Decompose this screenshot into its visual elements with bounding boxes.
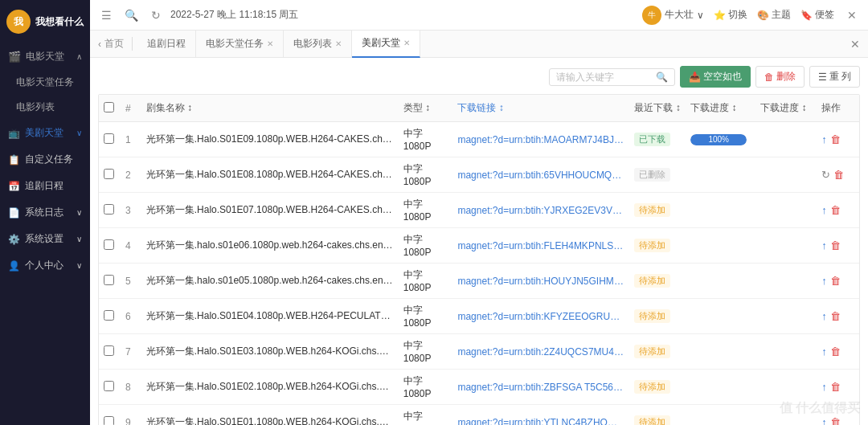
row-checkbox[interactable] bbox=[104, 204, 114, 215]
user-name: 牛大壮 bbox=[665, 8, 694, 22]
sort-button[interactable]: ☰ 重 列 bbox=[809, 66, 860, 88]
refresh-icon[interactable]: ↻ bbox=[148, 7, 164, 23]
space-button[interactable]: 📥 空空如也 bbox=[680, 66, 751, 88]
delete-row-btn[interactable]: 🗑 bbox=[830, 275, 841, 287]
bookmark-action[interactable]: 🔖 便签 bbox=[800, 8, 834, 22]
row-checkbox[interactable] bbox=[104, 133, 114, 144]
status-badge: 已下载 bbox=[634, 133, 670, 146]
row-checkbox[interactable] bbox=[104, 310, 114, 321]
sidebar-item-custom-task[interactable]: 📋 自定义任务 bbox=[0, 146, 90, 173]
row-name: 光环第一集.Halo.S01E03.1080p.WEB.h264-KOGi.ch… bbox=[141, 334, 399, 370]
tab-close-movie-list[interactable]: ✕ bbox=[335, 39, 342, 48]
row-hits: 已删除 bbox=[629, 157, 686, 193]
refresh-btn[interactable]: ↻ bbox=[821, 169, 830, 181]
user-chevron: ∨ bbox=[697, 10, 704, 21]
delete-row-btn[interactable]: 🗑 bbox=[830, 204, 841, 216]
row-type: 中字1080P bbox=[399, 193, 453, 228]
row-checkbox[interactable] bbox=[104, 169, 114, 179]
sidebar-item-system-log[interactable]: 📄 系统日志 ∨ bbox=[0, 199, 90, 226]
row-type: 中字1080P bbox=[399, 334, 453, 370]
tab-label-movie-list: 电影列表 bbox=[293, 37, 332, 51]
theme-action[interactable]: 🎨 主题 bbox=[757, 8, 791, 22]
row-hits: 待添加 bbox=[629, 264, 686, 299]
col-header-progress[interactable]: 下载进度 ↕ bbox=[686, 95, 755, 122]
upload-btn[interactable]: ↑ bbox=[821, 204, 827, 216]
sidebar-item-personal-center[interactable]: 👤 个人中心 ∨ bbox=[0, 252, 90, 279]
row-magnet[interactable]: magnet:?d=urn:btih:ZBFSGA T5C564VN3ZGIBE bbox=[452, 370, 629, 405]
topbar-close-icon[interactable]: ✕ bbox=[844, 7, 860, 23]
sidebar-item-system-settings[interactable]: ⚙️ 系统设置 ∨ bbox=[0, 226, 90, 252]
delete-row-btn[interactable]: 🗑 bbox=[830, 310, 841, 322]
col-header-magnet[interactable]: 下载链接 ↕ bbox=[452, 95, 629, 122]
sidebar-item-personal-center-label: 个人中心 bbox=[25, 259, 63, 272]
col-header-type[interactable]: 类型 ↕ bbox=[399, 95, 453, 122]
breadcrumb-bar-close[interactable]: ✕ bbox=[850, 38, 860, 51]
row-checkbox[interactable] bbox=[104, 239, 114, 250]
row-magnet[interactable]: magnet:?d=urn:btih:MAOARM7J4BJLPKIRAHRQ bbox=[452, 122, 629, 157]
tab-movie-list[interactable]: 电影列表 ✕ bbox=[284, 31, 352, 58]
row-checkbox[interactable] bbox=[104, 345, 114, 356]
delete-row-btn[interactable]: 🗑 bbox=[830, 345, 841, 358]
tab-close-american-drama[interactable]: ✕ bbox=[403, 39, 410, 47]
delete-row-btn[interactable]: 🗑 bbox=[830, 381, 841, 393]
row-hits: 待添加 bbox=[629, 193, 686, 228]
sidebar-item-movie-heaven-task[interactable]: 电影天堂任务 bbox=[0, 70, 90, 95]
delete-row-btn[interactable]: 🗑 bbox=[830, 133, 841, 145]
row-action: ↑ 🗑 bbox=[817, 264, 859, 299]
favorites-action[interactable]: ⭐ 切换 bbox=[714, 8, 747, 22]
row-magnet[interactable]: magnet:?d=urn:btih:HOUYJN5GIHMDWHQCSF bbox=[452, 264, 629, 299]
row-magnet[interactable]: magnet:?d=urn:btih:YTLNC4BZHOWR2FYTE3D bbox=[452, 405, 629, 426]
upload-btn[interactable]: ↑ bbox=[821, 133, 827, 145]
tab-movie-task[interactable]: 电影天堂任务 ✕ bbox=[196, 31, 284, 58]
row-action: ↑ 🗑 bbox=[817, 193, 859, 228]
upload-btn[interactable]: ↑ bbox=[821, 275, 827, 287]
sidebar-item-american-drama[interactable]: 📺 美剧天堂 ∨ bbox=[0, 120, 90, 146]
table-row: 4 光环第一集.halo.s01e06.1080p.web.h264-cakes… bbox=[99, 228, 859, 264]
row-checkbox-cell bbox=[99, 157, 121, 193]
tab-american-drama[interactable]: 美剧天堂 ✕ bbox=[352, 31, 420, 58]
select-all-checkbox[interactable] bbox=[104, 102, 114, 112]
search-submit-icon[interactable]: 🔍 bbox=[656, 72, 668, 83]
user-profile[interactable]: 牛 牛大壮 ∨ bbox=[642, 6, 704, 25]
col-header-hits[interactable]: 最近下载 ↕ bbox=[629, 95, 686, 122]
delete-btn[interactable]: 🗑 bbox=[833, 169, 844, 181]
col-header-dl-progress[interactable]: 下载进度 ↕ bbox=[755, 95, 817, 122]
table-row: 7 光环第一集.Halo.S01E03.1080p.WEB.h264-KOGi.… bbox=[99, 334, 859, 370]
menu-icon[interactable]: ☰ bbox=[98, 7, 115, 23]
row-checkbox[interactable] bbox=[104, 416, 114, 426]
theme-label: 主题 bbox=[772, 8, 791, 22]
search-input[interactable] bbox=[556, 72, 653, 83]
row-magnet[interactable]: magnet:?d=urn:btih:65VHHOUCMQOKI6YAQ332 bbox=[452, 157, 629, 193]
action-btns: ↑ 🗑 bbox=[821, 239, 854, 251]
sidebar-item-chase-drama[interactable]: 📅 追剧日程 bbox=[0, 173, 90, 199]
topbar: ☰ 🔍 ↻ 2022-5-27 晚上 11:18:15 周五 牛 牛大壮 ∨ ⭐… bbox=[90, 0, 868, 31]
breadcrumb-home[interactable]: 首页 bbox=[104, 37, 124, 51]
search-icon[interactable]: 🔍 bbox=[121, 7, 141, 23]
delete-row-btn[interactable]: 🗑 bbox=[830, 416, 841, 425]
system-settings-icon: ⚙️ bbox=[8, 234, 20, 245]
search-box[interactable]: 🔍 bbox=[549, 68, 675, 86]
upload-btn[interactable]: ↑ bbox=[821, 239, 827, 251]
upload-btn[interactable]: ↑ bbox=[821, 416, 827, 425]
upload-btn[interactable]: ↑ bbox=[821, 381, 827, 393]
sidebar-item-system-log-label: 系统日志 bbox=[25, 206, 63, 219]
status-badge: 待添加 bbox=[634, 203, 670, 217]
row-progress bbox=[686, 193, 755, 228]
sidebar-item-movie-heaven-list[interactable]: 电影列表 bbox=[0, 95, 90, 120]
row-checkbox[interactable] bbox=[104, 381, 114, 391]
col-header-action: 操作 bbox=[817, 95, 859, 122]
upload-btn[interactable]: ↑ bbox=[821, 310, 827, 322]
row-magnet[interactable]: magnet:?d=urn:btih:FLEH4MKPNLSWXLCKMCN bbox=[452, 228, 629, 264]
col-header-name[interactable]: 剧集名称 ↕ bbox=[141, 95, 399, 122]
row-checkbox[interactable] bbox=[104, 275, 114, 285]
breadcrumb-back[interactable]: ‹ bbox=[98, 39, 101, 50]
row-magnet[interactable]: magnet:?d=urn:btih:2Z4UQCS7MU4L6HE7PUAS bbox=[452, 334, 629, 370]
tab-close-movie-task[interactable]: ✕ bbox=[267, 39, 273, 48]
row-magnet[interactable]: magnet:?d=urn:btih:KFYZEEOGRU6LUOGGOD bbox=[452, 299, 629, 334]
row-magnet[interactable]: magnet:?d=urn:btih:YJRXEG2EV3V7PHXXJCD5 bbox=[452, 193, 629, 228]
delete-button[interactable]: 🗑 删除 bbox=[755, 66, 805, 88]
sidebar-item-movie-heaven[interactable]: 🎬 电影天堂 ∧ bbox=[0, 43, 90, 70]
upload-btn[interactable]: ↑ bbox=[821, 345, 827, 358]
delete-row-btn[interactable]: 🗑 bbox=[830, 239, 841, 251]
tab-chase-drama[interactable]: 追剧日程 bbox=[137, 31, 196, 58]
